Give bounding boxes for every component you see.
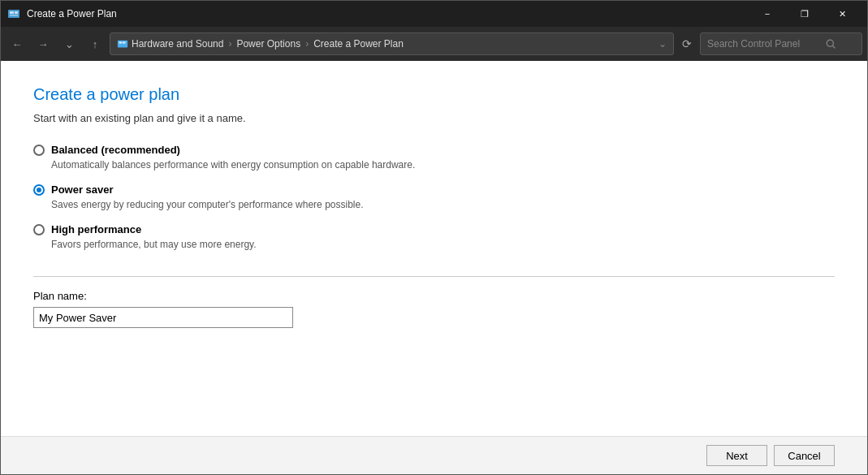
option-power-saver: Power saver Saves energy by reducing you… [33,184,835,210]
button-row: Next Cancel [1,436,867,474]
title-bar: Create a Power Plan − ❐ ✕ [1,1,867,27]
plan-name-label: Plan name: [33,290,835,302]
cancel-button[interactable]: Cancel [774,445,835,466]
breadcrumb-current: Create a Power Plan [313,38,404,50]
svg-rect-5 [119,41,123,43]
svg-point-7 [827,40,833,46]
minimize-button[interactable]: − [749,1,786,27]
power-plan-options: Balanced (recommended) Automatically bal… [33,144,835,250]
next-button[interactable]: Next [706,445,767,466]
breadcrumb-hardware: Hardware and Sound [132,38,223,50]
page-title: Create a power plan [33,85,835,104]
recent-locations-button[interactable]: ⌄ [58,32,80,55]
window-controls: − ❐ ✕ [749,1,861,27]
breadcrumb-chevron: ⌄ [659,38,667,50]
option-power-saver-name: Power saver [51,184,114,196]
window: Create a Power Plan − ❐ ✕ ← → ⌄ ↑ Hardwa… [0,0,868,475]
radio-power-saver[interactable] [33,184,45,196]
radio-high-perf[interactable] [33,224,45,235]
plan-name-input[interactable] [33,307,293,328]
option-balanced-name: Balanced (recommended) [51,144,180,156]
option-balanced: Balanced (recommended) Automatically bal… [33,144,835,171]
main-content: Create a power plan Start with an existi… [1,61,867,436]
page-subtitle: Start with an existing plan and give it … [33,112,835,124]
option-balanced-row: Balanced (recommended) [33,144,835,156]
plan-name-section: Plan name: [33,290,835,328]
svg-rect-4 [118,41,127,48]
option-power-saver-desc: Saves energy by reducing your computer's… [51,199,835,210]
svg-rect-1 [10,11,14,14]
svg-rect-2 [15,11,18,14]
address-breadcrumb[interactable]: Hardware and Sound › Power Options › Cre… [110,32,674,55]
search-box [700,32,862,55]
close-button[interactable]: ✕ [823,1,861,27]
svg-line-8 [833,45,836,48]
breadcrumb-power: Power Options [236,38,300,50]
window-icon [7,7,20,20]
option-high-perf-desc: Favors performance, but may use more ene… [51,239,835,250]
refresh-button[interactable]: ⟳ [677,34,697,54]
window-title: Create a Power Plan [27,8,749,19]
option-power-saver-row: Power saver [33,184,835,196]
svg-rect-3 [10,15,18,16]
forward-button[interactable]: → [32,32,54,55]
option-balanced-desc: Automatically balances performance with … [51,159,835,171]
search-input[interactable] [707,38,821,50]
search-icon [826,39,836,50]
option-high-perf: High performance Favors performance, but… [33,223,835,250]
address-bar: ← → ⌄ ↑ Hardware and Sound › Power Optio… [1,27,867,61]
up-button[interactable]: ↑ [84,32,106,55]
svg-rect-6 [123,41,126,43]
back-button[interactable]: ← [6,32,28,55]
option-high-perf-name: High performance [51,223,141,235]
option-high-perf-row: High performance [33,223,835,235]
radio-balanced[interactable] [33,145,45,156]
section-divider [33,276,835,277]
restore-button[interactable]: ❐ [786,1,823,27]
